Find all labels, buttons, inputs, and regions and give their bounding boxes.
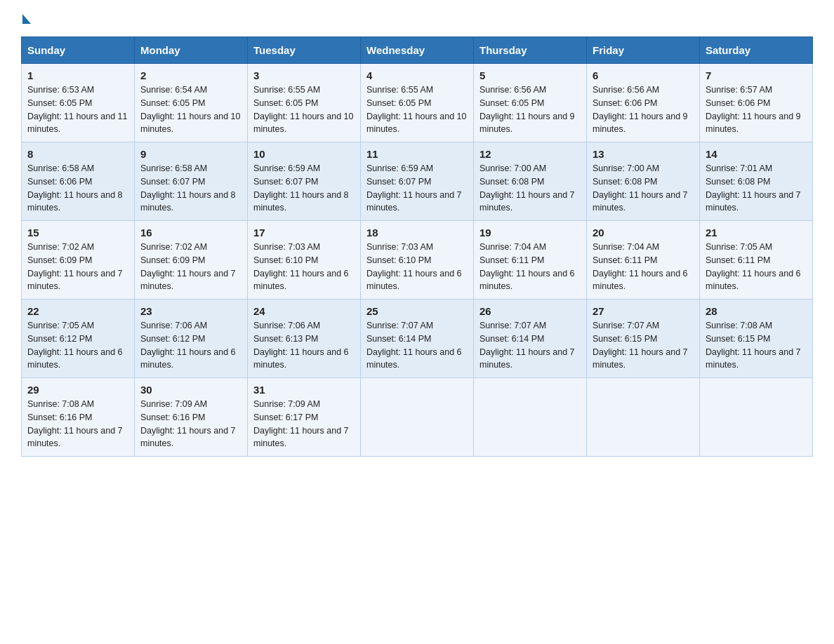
- sunset-label: Sunset: 6:11 PM: [593, 255, 657, 265]
- calendar-cell: 2 Sunrise: 6:54 AM Sunset: 6:05 PM Dayli…: [135, 64, 248, 142]
- sunrise-label: Sunrise: 6:53 AM: [27, 85, 94, 95]
- sunset-label: Sunset: 6:05 PM: [253, 98, 318, 108]
- sunrise-label: Sunrise: 7:07 AM: [479, 321, 546, 330]
- sunset-label: Sunset: 6:12 PM: [27, 334, 92, 344]
- day-info: Sunrise: 6:55 AM Sunset: 6:05 PM Dayligh…: [366, 83, 468, 136]
- day-number: 3: [253, 69, 355, 81]
- sunrise-label: Sunrise: 7:07 AM: [366, 321, 433, 330]
- day-info: Sunrise: 7:03 AM Sunset: 6:10 PM Dayligh…: [366, 241, 468, 293]
- sunset-label: Sunset: 6:11 PM: [706, 255, 770, 265]
- daylight-label: Daylight: 11 hours and 6 minutes.: [140, 347, 236, 370]
- day-info: Sunrise: 6:56 AM Sunset: 6:06 PM Dayligh…: [593, 83, 694, 136]
- weekday-header-row: SundayMondayTuesdayWednesdayThursdayFrid…: [22, 37, 813, 64]
- day-info: Sunrise: 7:07 AM Sunset: 6:15 PM Dayligh…: [593, 319, 694, 372]
- day-info: Sunrise: 7:02 AM Sunset: 6:09 PM Dayligh…: [140, 241, 241, 293]
- daylight-label: Daylight: 11 hours and 9 minutes.: [706, 112, 801, 135]
- calendar-header: SundayMondayTuesdayWednesdayThursdayFrid…: [22, 37, 813, 64]
- sunset-label: Sunset: 6:16 PM: [27, 412, 92, 422]
- day-number: 29: [27, 384, 128, 396]
- sunset-label: Sunset: 6:09 PM: [140, 255, 205, 265]
- day-info: Sunrise: 7:08 AM Sunset: 6:15 PM Dayligh…: [706, 319, 807, 372]
- calendar-cell: 24 Sunrise: 7:06 AM Sunset: 6:13 PM Dayl…: [248, 300, 361, 378]
- sunset-label: Sunset: 6:11 PM: [479, 255, 544, 265]
- daylight-label: Daylight: 11 hours and 11 minutes.: [27, 112, 127, 135]
- sunrise-label: Sunrise: 6:57 AM: [706, 85, 772, 95]
- day-number: 17: [253, 227, 355, 239]
- day-info: Sunrise: 7:05 AM Sunset: 6:12 PM Dayligh…: [27, 319, 128, 372]
- day-number: 13: [593, 148, 694, 160]
- day-number: 9: [140, 148, 241, 160]
- daylight-label: Daylight: 11 hours and 7 minutes.: [253, 426, 349, 449]
- day-number: 31: [253, 384, 355, 396]
- day-number: 26: [479, 305, 581, 317]
- calendar-cell: 25 Sunrise: 7:07 AM Sunset: 6:14 PM Dayl…: [361, 300, 474, 378]
- sunrise-label: Sunrise: 7:08 AM: [706, 321, 772, 330]
- day-info: Sunrise: 7:00 AM Sunset: 6:08 PM Dayligh…: [593, 162, 694, 215]
- calendar-cell: 15 Sunrise: 7:02 AM Sunset: 6:09 PM Dayl…: [22, 221, 135, 300]
- sunrise-label: Sunrise: 6:58 AM: [27, 163, 94, 173]
- sunrise-label: Sunrise: 6:58 AM: [140, 163, 207, 173]
- daylight-label: Daylight: 11 hours and 9 minutes.: [593, 112, 688, 135]
- calendar-cell: [474, 378, 587, 457]
- daylight-label: Daylight: 11 hours and 6 minutes.: [593, 269, 688, 292]
- daylight-label: Daylight: 11 hours and 10 minutes.: [140, 112, 240, 135]
- sunset-label: Sunset: 6:06 PM: [27, 177, 92, 187]
- day-number: 23: [140, 305, 241, 317]
- calendar-week-row: 29 Sunrise: 7:08 AM Sunset: 6:16 PM Dayl…: [22, 378, 813, 457]
- sunset-label: Sunset: 6:07 PM: [140, 177, 205, 187]
- sunset-label: Sunset: 6:06 PM: [593, 98, 657, 108]
- calendar-week-row: 1 Sunrise: 6:53 AM Sunset: 6:05 PM Dayli…: [22, 64, 813, 142]
- daylight-label: Daylight: 11 hours and 6 minutes.: [706, 269, 801, 292]
- day-info: Sunrise: 6:57 AM Sunset: 6:06 PM Dayligh…: [706, 83, 807, 136]
- sunset-label: Sunset: 6:06 PM: [706, 98, 770, 108]
- daylight-label: Daylight: 11 hours and 9 minutes.: [479, 112, 575, 135]
- sunrise-label: Sunrise: 7:09 AM: [253, 399, 320, 409]
- daylight-label: Daylight: 11 hours and 6 minutes.: [253, 269, 349, 292]
- calendar-cell: [700, 378, 813, 457]
- calendar-cell: 1 Sunrise: 6:53 AM Sunset: 6:05 PM Dayli…: [22, 64, 135, 142]
- calendar-cell: 10 Sunrise: 6:59 AM Sunset: 6:07 PM Dayl…: [248, 142, 361, 221]
- calendar-week-row: 8 Sunrise: 6:58 AM Sunset: 6:06 PM Dayli…: [22, 142, 813, 221]
- daylight-label: Daylight: 11 hours and 8 minutes.: [140, 190, 236, 213]
- daylight-label: Daylight: 11 hours and 7 minutes.: [140, 426, 236, 449]
- calendar-cell: 12 Sunrise: 7:00 AM Sunset: 6:08 PM Dayl…: [474, 142, 587, 221]
- daylight-label: Daylight: 11 hours and 7 minutes.: [27, 426, 123, 449]
- sunrise-label: Sunrise: 7:06 AM: [140, 321, 207, 330]
- calendar-week-row: 22 Sunrise: 7:05 AM Sunset: 6:12 PM Dayl…: [22, 300, 813, 378]
- sunrise-label: Sunrise: 7:02 AM: [27, 242, 94, 252]
- day-info: Sunrise: 7:06 AM Sunset: 6:12 PM Dayligh…: [140, 319, 241, 372]
- day-info: Sunrise: 6:59 AM Sunset: 6:07 PM Dayligh…: [253, 162, 355, 215]
- day-number: 27: [593, 305, 694, 317]
- day-number: 18: [366, 227, 468, 239]
- sunrise-label: Sunrise: 6:56 AM: [479, 85, 546, 95]
- day-number: 14: [706, 148, 807, 160]
- day-info: Sunrise: 6:54 AM Sunset: 6:05 PM Dayligh…: [140, 83, 241, 136]
- weekday-header-monday: Monday: [135, 37, 248, 64]
- daylight-label: Daylight: 11 hours and 10 minutes.: [253, 112, 353, 135]
- daylight-label: Daylight: 11 hours and 7 minutes.: [706, 347, 801, 370]
- sunrise-label: Sunrise: 7:08 AM: [27, 399, 94, 409]
- day-info: Sunrise: 7:05 AM Sunset: 6:11 PM Dayligh…: [706, 241, 807, 293]
- day-info: Sunrise: 6:59 AM Sunset: 6:07 PM Dayligh…: [366, 162, 468, 215]
- calendar-cell: 3 Sunrise: 6:55 AM Sunset: 6:05 PM Dayli…: [248, 64, 361, 142]
- calendar-cell: 9 Sunrise: 6:58 AM Sunset: 6:07 PM Dayli…: [135, 142, 248, 221]
- sunset-label: Sunset: 6:10 PM: [366, 255, 431, 265]
- day-number: 7: [706, 69, 807, 81]
- calendar-cell: 5 Sunrise: 6:56 AM Sunset: 6:05 PM Dayli…: [474, 64, 587, 142]
- day-number: 4: [366, 69, 468, 81]
- sunrise-label: Sunrise: 6:55 AM: [253, 85, 320, 95]
- day-number: 8: [27, 148, 128, 160]
- day-number: 22: [27, 305, 128, 317]
- calendar-cell: 14 Sunrise: 7:01 AM Sunset: 6:08 PM Dayl…: [700, 142, 813, 221]
- weekday-header-saturday: Saturday: [700, 37, 813, 64]
- sunset-label: Sunset: 6:05 PM: [366, 98, 431, 108]
- day-number: 10: [253, 148, 355, 160]
- sunset-label: Sunset: 6:07 PM: [366, 177, 431, 187]
- sunrise-label: Sunrise: 7:00 AM: [593, 163, 659, 173]
- calendar-cell: [587, 378, 700, 457]
- calendar-cell: 6 Sunrise: 6:56 AM Sunset: 6:06 PM Dayli…: [587, 64, 700, 142]
- daylight-label: Daylight: 11 hours and 6 minutes.: [366, 269, 462, 292]
- sunrise-label: Sunrise: 6:55 AM: [366, 85, 433, 95]
- calendar-cell: 19 Sunrise: 7:04 AM Sunset: 6:11 PM Dayl…: [474, 221, 587, 300]
- sunset-label: Sunset: 6:14 PM: [366, 334, 431, 344]
